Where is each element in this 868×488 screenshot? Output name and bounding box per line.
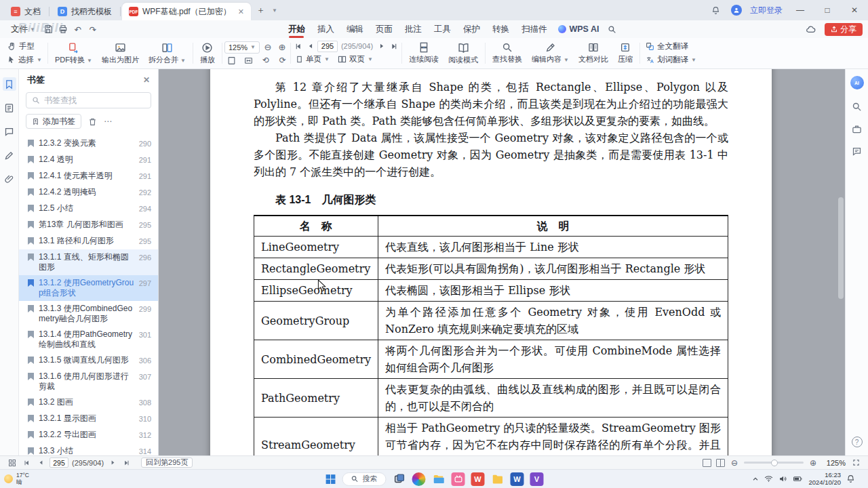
battery-icon[interactable] xyxy=(793,474,803,483)
pdf-convert-button[interactable]: PDF转换 ▼ xyxy=(50,40,97,66)
comments-panel-icon[interactable] xyxy=(3,125,16,138)
bookmark-item[interactable]: 13.1 路径和几何图形295 xyxy=(19,233,158,249)
last-page-icon[interactable] xyxy=(389,41,399,52)
continuous-read-button[interactable]: 连续阅读 xyxy=(404,40,443,66)
maximize-button[interactable]: □ xyxy=(818,0,837,20)
bookmark-item[interactable]: 13.1.3 使用CombinedGeometry融合几何图形299 xyxy=(19,301,158,327)
tab-scan[interactable]: 扫描件 xyxy=(515,20,553,38)
double-page-view-icon[interactable] xyxy=(716,459,725,467)
bookmark-item[interactable]: 第13章 几何图形和图画295 xyxy=(19,217,158,233)
pdf-viewport[interactable]: 第 12 章介绍了大量继承自 Shape 的类，包括 Rectangle、Ell… xyxy=(159,69,845,455)
tab-close-icon[interactable]: ✕ xyxy=(238,7,244,16)
message-bell-icon[interactable] xyxy=(708,4,723,16)
back-to-page-button[interactable]: 回到第295页 xyxy=(141,458,193,468)
page-number-input[interactable] xyxy=(50,458,68,468)
close-panel-icon[interactable]: ✕ xyxy=(143,75,150,85)
scrollbar-thumb[interactable] xyxy=(838,197,844,299)
hand-tool-button[interactable]: 手型 xyxy=(4,40,45,53)
redo-icon[interactable]: ↷ xyxy=(85,23,100,35)
help-icon[interactable]: ? xyxy=(852,436,863,447)
taskbar-clock[interactable]: 16:23 2024/10/20 xyxy=(808,472,841,486)
annotation-pen-icon[interactable] xyxy=(3,148,16,162)
full-translate-button[interactable]: 全文翻译 xyxy=(642,40,700,53)
zoom-select[interactable]: 125% ▼ xyxy=(224,41,260,54)
ai-assistant-icon[interactable]: AI xyxy=(850,76,864,89)
bookmark-item[interactable]: 13.3 小结314 xyxy=(19,443,158,455)
visual-studio-icon[interactable]: V xyxy=(530,472,544,486)
edit-content-button[interactable]: 编辑内容 ▼ xyxy=(527,40,574,66)
rotate-right-icon[interactable]: ⟳ xyxy=(277,56,288,65)
thumbnails-panel-icon[interactable] xyxy=(3,101,16,115)
photos-icon[interactable] xyxy=(412,472,426,486)
bookmark-item[interactable]: 12.5 小结294 xyxy=(19,201,158,217)
word-translate-button[interactable]: 划词翻译 ▼ xyxy=(642,54,700,66)
close-button[interactable]: ✕ xyxy=(845,0,864,20)
taskbar-weather-widget[interactable]: 17°C 晴 xyxy=(4,472,29,485)
bookmark-item[interactable]: 12.3.2 变换元素290 xyxy=(19,136,158,152)
bookmark-item[interactable]: 13.1.1 直线、矩形和椭圆图形296 xyxy=(19,249,158,275)
tab-tools[interactable]: 工具 xyxy=(428,20,457,38)
tab-page[interactable]: 页面 xyxy=(370,20,399,38)
compress-button[interactable]: 压缩 xyxy=(613,40,637,66)
more-options-icon[interactable]: ⋯ xyxy=(104,117,112,126)
bookmark-item[interactable]: 12.4.2 透明掩码292 xyxy=(19,184,158,201)
file-explorer-icon[interactable] xyxy=(432,472,446,486)
first-page-icon[interactable] xyxy=(21,458,32,468)
wps-ai-button[interactable]: WPS AI xyxy=(553,24,604,34)
fit-page-icon[interactable] xyxy=(226,56,237,65)
search-doc-icon[interactable] xyxy=(852,102,862,112)
bookmark-item-selected[interactable]: 13.1.2 使用GeometryGroup组合形状297 xyxy=(19,275,158,301)
zoom-in-button[interactable]: ⊕ xyxy=(276,41,288,54)
zoom-slider[interactable] xyxy=(744,462,804,464)
zoom-slider-knob[interactable] xyxy=(771,460,778,466)
tab-templates[interactable]: D 找稻壳模板 xyxy=(51,3,119,20)
zoom-out-button[interactable]: ⊖ xyxy=(262,41,274,54)
tab-start[interactable]: 开始 xyxy=(282,20,311,38)
cloud-sync-icon[interactable] xyxy=(803,23,818,35)
toolbox-icon[interactable] xyxy=(852,124,862,134)
fit-width-icon[interactable] xyxy=(243,56,254,65)
vertical-scrollbar[interactable] xyxy=(838,72,844,453)
undo-icon[interactable]: ↶ xyxy=(71,23,85,35)
start-button[interactable] xyxy=(325,473,336,485)
bookmark-item[interactable]: 13.1.5 微调直线几何图形306 xyxy=(19,352,158,369)
feedback-icon[interactable] xyxy=(852,146,862,157)
rotate-left-icon[interactable]: ⟲ xyxy=(260,56,271,65)
bookmark-search-input[interactable] xyxy=(44,96,145,105)
minimize-button[interactable]: — xyxy=(791,0,810,20)
prev-page-icon[interactable] xyxy=(305,41,316,52)
play-button[interactable]: 播放 xyxy=(195,40,220,66)
first-page-icon[interactable] xyxy=(293,41,304,52)
bookmark-search[interactable] xyxy=(26,92,151,108)
wps-icon[interactable]: W xyxy=(471,472,485,486)
next-page-icon[interactable] xyxy=(376,41,387,52)
double-page-button[interactable]: 双页 ▼ xyxy=(336,53,374,66)
last-page-icon[interactable] xyxy=(121,458,132,468)
bookmark-item[interactable]: 12.4.1 使元素半透明291 xyxy=(19,168,158,184)
task-view-icon[interactable] xyxy=(393,472,406,486)
share-button[interactable]: 分享 xyxy=(825,23,863,36)
notification-bell-icon[interactable] xyxy=(846,474,855,483)
bookmark-item[interactable]: 13.2 图画308 xyxy=(19,394,158,411)
zoom-in-button[interactable]: ⊕ xyxy=(808,458,818,468)
tray-chevron-up-icon[interactable] xyxy=(752,476,759,483)
export-image-button[interactable]: 输出为图片 xyxy=(97,40,144,66)
bilibili-icon[interactable] xyxy=(452,472,465,486)
avatar[interactable] xyxy=(731,5,742,16)
single-page-view-icon[interactable] xyxy=(703,459,711,467)
bookmark-item[interactable]: 13.2.1 显示图画310 xyxy=(19,411,158,427)
attachments-panel-icon[interactable] xyxy=(3,172,16,186)
bookmark-item[interactable]: 13.2.2 导出图画312 xyxy=(19,427,158,443)
volume-icon[interactable] xyxy=(778,474,787,483)
tab-edit[interactable]: 编辑 xyxy=(340,20,370,38)
taskbar-search[interactable]: 搜索 xyxy=(342,472,387,486)
tab-insert[interactable]: 插入 xyxy=(311,20,340,38)
zoom-out-button[interactable]: ⊖ xyxy=(730,458,739,468)
delete-bookmark-icon[interactable] xyxy=(88,117,97,126)
fullscreen-icon[interactable] xyxy=(850,458,861,468)
page-number-input[interactable] xyxy=(317,41,338,52)
bookmark-item[interactable]: 13.1.4 使用PathGeometry绘制曲线和直线301 xyxy=(19,327,158,352)
next-page-icon[interactable] xyxy=(107,458,118,468)
add-bookmark-button[interactable]: 添加书签 xyxy=(26,114,81,129)
doc-compare-button[interactable]: 文档对比 xyxy=(574,40,613,66)
